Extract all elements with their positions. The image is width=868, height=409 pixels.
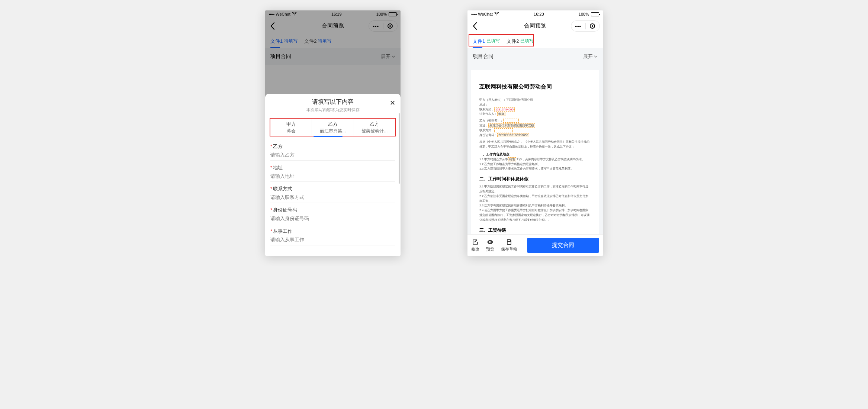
- signal-dots-icon: •••••: [471, 12, 476, 16]
- contact-input[interactable]: [270, 194, 395, 200]
- field-row: *联系方式: [270, 182, 395, 203]
- sheet-subtitle: 本次填写内容将为您实时保存: [270, 107, 395, 113]
- job-input[interactable]: [270, 237, 395, 242]
- save-draft-button[interactable]: 保存草稿: [501, 238, 517, 252]
- section-h3: 三、工资待遇: [479, 227, 591, 234]
- section-title: 项目合同: [473, 53, 494, 60]
- doc-body: 甲方（用人单位）：互联网科技有限公司 地址： 联系方式：13913484065 …: [479, 98, 591, 171]
- doc-title: 互联网科技有限公司劳动合同: [479, 83, 591, 90]
- close-button[interactable]: ✕: [390, 99, 395, 107]
- preview-button[interactable]: 预览: [486, 238, 494, 252]
- preview-icon: [486, 238, 494, 246]
- contract-preview[interactable]: 互联网科技有限公司劳动合同 甲方（用人单位）：互联网科技有限公司 地址： 联系方…: [467, 65, 603, 234]
- tab-file1[interactable]: 文件1 已填写: [473, 38, 500, 45]
- expand-toggle[interactable]: 展开: [583, 53, 598, 60]
- nav-bar: 合同预览 •••: [467, 18, 603, 34]
- status-time: 16:20: [534, 12, 544, 16]
- party-tab-jia[interactable]: 甲方 蒋会: [270, 119, 312, 136]
- field-row: *身份证号码: [270, 203, 395, 224]
- phone-left: ••••• WeChat 16:19 100% 合同预览 ••• 文件1 待填写: [265, 10, 401, 256]
- party-tab-yi-1[interactable]: 乙方 丽江市兴笑...: [312, 119, 354, 136]
- miniprogram-capsule[interactable]: •••: [571, 20, 600, 32]
- battery-percent: 100%: [579, 12, 589, 16]
- page-title: 合同预览: [524, 22, 546, 29]
- file-tabs: 文件1 已填写 文件2 已填写: [467, 34, 603, 48]
- party-tabs-highlighted: 甲方 蒋会 乙方 丽江市兴笑... 乙方 登美登萌计...: [270, 118, 396, 136]
- phone-right: ••••• WeChat 16:20 100% 合同预览 ••• 文件1 已填写: [467, 10, 603, 256]
- party-tab-yi-2[interactable]: 乙方 登美登萌计...: [354, 119, 395, 136]
- save-icon: [505, 238, 513, 246]
- capsule-menu-icon[interactable]: •••: [571, 23, 585, 29]
- contract-page: 互联网科技有限公司劳动合同 甲方（用人单位）：互联网科技有限公司 地址： 联系方…: [471, 70, 599, 234]
- active-tab-underline: [314, 136, 343, 137]
- field-row: *地址: [270, 161, 395, 182]
- back-button[interactable]: [467, 18, 482, 34]
- address-input[interactable]: [270, 173, 395, 179]
- capsule-close-icon[interactable]: [586, 23, 600, 29]
- submit-button[interactable]: 提交合同: [527, 238, 599, 253]
- action-bar: 修改 预览 保存草稿 提交合同: [467, 234, 603, 256]
- scrollbar-thumb[interactable]: [399, 113, 400, 184]
- tab-file2[interactable]: 文件2 已填写: [507, 38, 534, 45]
- fill-form-sheet: 请填写以下内容 本次填写内容将为您实时保存 ✕ 甲方 蒋会 乙方 丽江市兴笑..…: [265, 94, 401, 256]
- edit-icon: [472, 238, 479, 246]
- edit-button[interactable]: 修改: [471, 238, 479, 252]
- chevron-down-icon: [594, 55, 598, 58]
- carrier-label: WeChat: [478, 12, 493, 16]
- section-header: 项目合同 展开: [467, 48, 603, 65]
- wifi-icon: [494, 12, 499, 16]
- sheet-title: 请填写以下内容: [270, 98, 395, 106]
- idcard-input[interactable]: [270, 216, 395, 221]
- yifang-input[interactable]: [270, 152, 395, 158]
- field-row: *乙方: [270, 139, 395, 161]
- status-bar: ••••• WeChat 16:20 100%: [467, 10, 603, 18]
- section-h2: 二、工作时间和休息休假: [479, 176, 591, 182]
- battery-icon: [591, 12, 599, 16]
- form-fields: *乙方 *地址 *联系方式 *身份证号码 *从事工作: [265, 137, 401, 256]
- field-row: *从事工作: [270, 224, 395, 245]
